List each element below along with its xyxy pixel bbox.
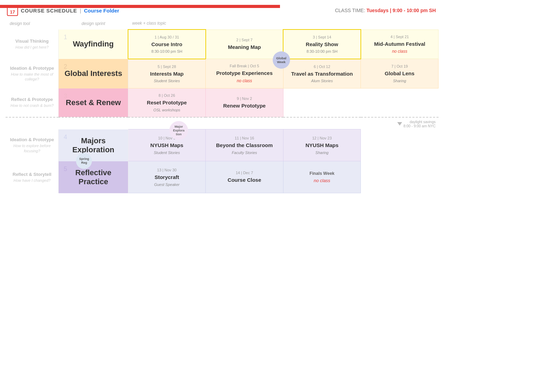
week-label: 9 | Nov 2 bbox=[209, 96, 280, 101]
class-cell-prototype-exp: Global Week Fall Break | Oct 5 Prototype… bbox=[206, 59, 283, 88]
class-title: Renew Prototype bbox=[209, 103, 280, 109]
col-header-design-sprint: design sprint bbox=[59, 19, 128, 29]
class-title: Travel as Transformation bbox=[287, 71, 357, 77]
side-label-reflect-prototype: Reflect & Prototype How to not crash & b… bbox=[6, 88, 59, 117]
header: 17 COURSE SCHEDULE | Course Folder CLASS… bbox=[0, 0, 444, 19]
class-title: Course Intro bbox=[132, 41, 202, 48]
empty-cell-row3-5 bbox=[283, 88, 361, 117]
calendar-icon: 17 bbox=[7, 5, 18, 16]
course-folder-link[interactable]: Course Folder bbox=[84, 8, 119, 14]
col-header-design-tool: design tool bbox=[6, 19, 59, 29]
class-sub: Alum Stories bbox=[287, 79, 357, 83]
week-label: 1 | Aug 30 / 31 bbox=[132, 35, 202, 39]
col-header-row: design tool design sprint week + class t… bbox=[6, 19, 439, 29]
no-class-label: no class bbox=[209, 78, 280, 83]
class-title: Prototype Experiences bbox=[209, 70, 280, 77]
class-cell-reset-prototype: 8 | Oct 26 Reset Prototype OSL workshops bbox=[128, 88, 206, 117]
class-title: Course Close bbox=[209, 177, 280, 184]
major-exploration-badge: Major Explora tion bbox=[169, 121, 188, 140]
daylight-savings-note: daylight savings8:00 - 9:00 am NYC bbox=[364, 119, 436, 128]
no-class-label: no class bbox=[287, 178, 357, 183]
empty-cell-row4-6 bbox=[361, 129, 439, 161]
class-sub: OSL workshops bbox=[132, 108, 202, 112]
class-cell-travel-transformation: 6 | Oct 12 Travel as Transformation Alum… bbox=[283, 59, 361, 88]
class-cell-mid-autumn: 4 | Sept 21 Mid-Autumn Festival no class bbox=[361, 29, 439, 59]
class-cell-finals-week: Finals Week no class bbox=[283, 161, 361, 193]
class-title: Reality Show bbox=[287, 41, 357, 48]
table-row: Ideation & Prototype How to make the mos… bbox=[6, 59, 439, 88]
class-cell-course-intro: 1 | Aug 30 / 31 Course Intro 8:30-10:00 … bbox=[128, 29, 206, 59]
class-title: Storycraft bbox=[132, 174, 202, 181]
class-cell-course-close: 14 | Dec 7 Course Close bbox=[206, 161, 283, 193]
empty-cell-row3-6 bbox=[361, 88, 439, 117]
empty-cell-row5-6 bbox=[361, 161, 439, 193]
class-cell-nyush-maps-1: Major Explora tion 10 | Nov 9 NYUSH Maps… bbox=[128, 129, 206, 161]
class-sub: Guest Speaker bbox=[132, 182, 202, 187]
class-cell-meaning-map: 2 | Sept 7 Meaning Map bbox=[206, 29, 283, 59]
global-week-badge: Global Week bbox=[273, 51, 290, 69]
side-label-ideation-prototype-1: Ideation & Prototype How to make the mos… bbox=[6, 59, 59, 88]
pipe-divider: | bbox=[80, 8, 81, 14]
class-title: NYUSH Maps bbox=[287, 142, 357, 149]
week-label: 3 | Sept 14 bbox=[287, 35, 357, 39]
spring-reg-badge: Spring Reg bbox=[76, 153, 92, 169]
table-row: Reflect & Storytell How have I changed? … bbox=[6, 161, 439, 193]
week-label: 12 | Nov 23 bbox=[287, 136, 357, 140]
page-title: COURSE SCHEDULE bbox=[21, 8, 77, 14]
side-label-ideation-prototype-2: Ideation & Prototype How to explore befo… bbox=[6, 129, 59, 161]
week-label: 7 | Oct 19 bbox=[364, 64, 435, 68]
class-title: NYUSH Maps bbox=[132, 142, 202, 149]
class-cell-storycraft: 13 | Nov 30 Storycraft Guest Speaker bbox=[128, 161, 206, 193]
sprint-reset-renew: 3 Reset & Renew bbox=[59, 88, 128, 117]
class-title: Global Lens bbox=[364, 70, 435, 77]
sprint-wayfinding: 1 Wayfinding bbox=[59, 29, 128, 59]
class-title: Mid-Autumn Festival bbox=[365, 41, 435, 48]
class-time-value: Tuesdays | 9:00 - 10:00 pm SH bbox=[366, 8, 436, 13]
col-header-week-topic: week + class topic bbox=[128, 19, 438, 29]
schedule-grid: design tool design sprint week + class t… bbox=[6, 19, 439, 193]
class-sub: Student Stories bbox=[132, 151, 202, 155]
class-title: Beyond the Classroom bbox=[209, 142, 280, 149]
class-cell-renew-prototype: 9 | Nov 2 Renew Prototype bbox=[206, 88, 283, 117]
sprint-majors-exploration: 4 Majors Exploration bbox=[59, 129, 128, 161]
class-cell-reality-show: 3 | Sept 14 Reality Show 8:30-10:00 pm S… bbox=[283, 29, 361, 59]
class-title: Meaning Map bbox=[210, 44, 280, 51]
week-label: Finals Week bbox=[287, 171, 357, 176]
class-cell-interests-map: 5 | Sept 28 Interests Map Student Storie… bbox=[128, 59, 206, 88]
week-label: 4 | Sept 21 bbox=[365, 35, 435, 39]
week-label: 5 | Sept 28 bbox=[132, 65, 202, 69]
sprint-reflective-practice: Spring Reg 5 Reflective Practice bbox=[59, 161, 128, 193]
class-cell-nyush-maps-sharing: 12 | Nov 23 NYUSH Maps Sharing bbox=[283, 129, 361, 161]
week-label: 8 | Oct 26 bbox=[132, 93, 202, 97]
week-label: Fall Break | Oct 5 bbox=[209, 64, 280, 68]
class-sub: 8:30-10:00 pm SH bbox=[287, 49, 357, 53]
calendar-day: 17 bbox=[10, 10, 15, 14]
side-label-reflect-storytell: Reflect & Storytell How have I changed? bbox=[6, 161, 59, 193]
week-label: 6 | Oct 12 bbox=[287, 65, 357, 69]
class-time-label: CLASS TIME: bbox=[335, 8, 365, 13]
week-label: 13 | Nov 30 bbox=[132, 168, 202, 172]
week-label: 14 | Dec 7 bbox=[209, 171, 280, 175]
class-title: Interests Map bbox=[132, 71, 202, 77]
week-label: 10 | Nov 9 bbox=[132, 136, 202, 140]
side-label-visual-thinking: Visual Thinking How did I get here? bbox=[6, 29, 59, 59]
table-row: Visual Thinking How did I get here? 1 Wa… bbox=[6, 29, 439, 59]
dotted-separator-row: daylight savings8:00 - 9:00 am NYC bbox=[6, 117, 439, 129]
table-row: Ideation & Prototype How to explore befo… bbox=[6, 129, 439, 161]
class-sub: Student Stories bbox=[132, 79, 202, 83]
class-cell-beyond-classroom: 11 | Nov 16 Beyond the Classroom Faculty… bbox=[206, 129, 283, 161]
class-time: CLASS TIME: Tuesdays | 9:00 - 10:00 pm S… bbox=[335, 8, 436, 13]
class-sub: Sharing bbox=[364, 79, 435, 83]
class-sub: Sharing bbox=[287, 151, 357, 155]
week-label: 2 | Sept 7 bbox=[210, 38, 280, 42]
table-row: Reflect & Prototype How to not crash & b… bbox=[6, 88, 439, 117]
sprint-global-interests: 2 Global Interests bbox=[59, 59, 128, 88]
week-label: 11 | Nov 16 bbox=[209, 136, 280, 140]
class-cell-global-lens: 7 | Oct 19 Global Lens Sharing bbox=[361, 59, 439, 88]
no-class-label: no class bbox=[365, 49, 435, 54]
class-sub: Faculty Stories bbox=[209, 151, 280, 155]
class-title: Reset Prototype bbox=[132, 100, 202, 106]
class-sub: 8:30-10:00 pm SH bbox=[132, 49, 202, 53]
